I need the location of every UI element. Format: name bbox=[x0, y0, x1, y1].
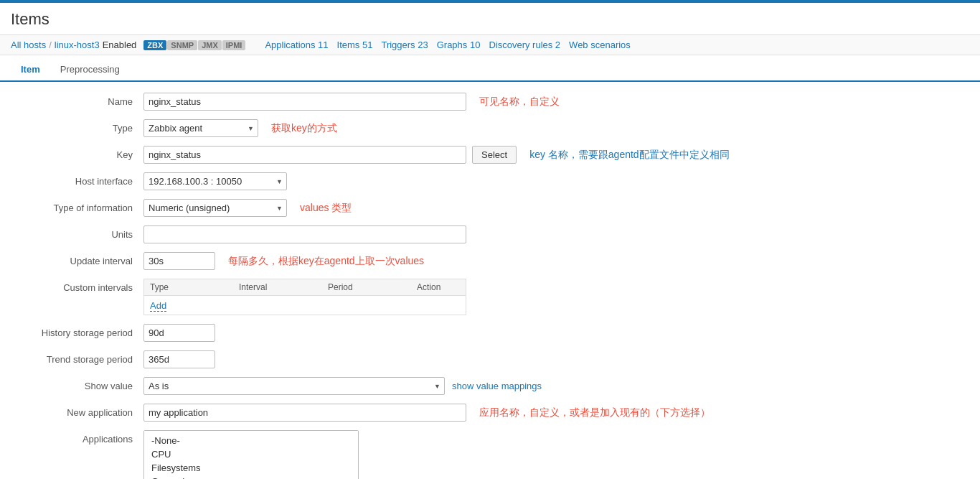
nav-applications[interactable]: Applications 11 bbox=[265, 39, 328, 50]
form-container: Name 可见名称，自定义 Type Zabbix agent Zabbix a… bbox=[0, 82, 933, 479]
host-interface-row: Host interface 192.168.100.3 : 10050 bbox=[14, 172, 918, 190]
host-interface-control: 192.168.100.3 : 10050 bbox=[143, 172, 918, 190]
app-option-none: -None- bbox=[149, 434, 344, 447]
ci-col-interval: Interval bbox=[239, 282, 328, 292]
tabs: Item Preprocessing bbox=[0, 58, 980, 82]
type-info-select-wrap: Numeric (unsigned) Numeric (float) Chara… bbox=[143, 199, 287, 217]
update-interval-annotation: 每隔多久，根据key在agentd上取一次values bbox=[228, 255, 424, 268]
units-input[interactable] bbox=[143, 225, 466, 243]
page-title: Items bbox=[11, 10, 969, 29]
custom-intervals-row: Custom intervals Type Interval Period Ac… bbox=[14, 279, 918, 315]
type-info-row: Type of information Numeric (unsigned) N… bbox=[14, 199, 918, 217]
show-value-label: Show value bbox=[14, 377, 143, 391]
key-label: Key bbox=[14, 146, 143, 160]
nav-triggers[interactable]: Triggers 23 bbox=[381, 39, 428, 50]
tab-item[interactable]: Item bbox=[11, 58, 50, 82]
badge-snmp: SNMP bbox=[167, 40, 197, 50]
new-application-input[interactable] bbox=[143, 404, 466, 422]
update-interval-control: 每隔多久，根据key在agentd上取一次values bbox=[143, 252, 918, 270]
ci-header: Type Interval Period Action bbox=[144, 279, 466, 296]
key-select-button[interactable]: Select bbox=[472, 146, 517, 164]
nav-graphs[interactable]: Graphs 10 bbox=[437, 39, 481, 50]
ci-col-type: Type bbox=[150, 282, 239, 292]
type-control: Zabbix agent Zabbix agent (active) Simpl… bbox=[143, 119, 918, 137]
type-info-select[interactable]: Numeric (unsigned) Numeric (float) Chara… bbox=[143, 199, 287, 217]
tab-preprocessing[interactable]: Preprocessing bbox=[50, 58, 130, 82]
app-option-cpu: CPU bbox=[149, 447, 344, 461]
show-value-control: As is show value mappings bbox=[143, 377, 918, 395]
trend-period-input[interactable] bbox=[143, 350, 215, 368]
type-annotation: 获取key的方式 bbox=[271, 122, 337, 135]
name-label: Name bbox=[14, 93, 143, 107]
badge-zbx: ZBX bbox=[143, 40, 166, 50]
ci-add-link[interactable]: Add bbox=[150, 300, 166, 312]
new-application-control: 应用名称，自定义，或者是加入现有的（下方选择） bbox=[143, 404, 918, 422]
type-select[interactable]: Zabbix agent Zabbix agent (active) Simpl… bbox=[143, 119, 258, 137]
name-annotation: 可见名称，自定义 bbox=[479, 96, 560, 108]
ci-body: Add bbox=[144, 296, 466, 315]
type-info-annotation: values 类型 bbox=[300, 202, 352, 215]
history-period-label: History storage period bbox=[14, 324, 143, 338]
type-info-label: Type of information bbox=[14, 199, 143, 213]
page-header: Items bbox=[0, 3, 980, 35]
history-period-control bbox=[143, 324, 918, 342]
units-label: Units bbox=[14, 225, 143, 240]
type-select-wrap: Zabbix agent Zabbix agent (active) Simpl… bbox=[143, 119, 258, 137]
show-value-row: Show value As is show value mappings bbox=[14, 377, 918, 395]
ci-col-period: Period bbox=[328, 282, 417, 292]
key-input[interactable] bbox=[143, 146, 466, 164]
type-info-control: Numeric (unsigned) Numeric (float) Chara… bbox=[143, 199, 918, 217]
nav-links: Applications 11 Items 51 Triggers 23 Gra… bbox=[256, 39, 630, 50]
trend-period-control bbox=[143, 350, 918, 368]
key-annotation: key 名称，需要跟agentd配置文件中定义相同 bbox=[529, 149, 730, 162]
type-row: Type Zabbix agent Zabbix agent (active) … bbox=[14, 119, 918, 137]
custom-intervals-label: Custom intervals bbox=[14, 279, 143, 293]
host-interface-select-wrap: 192.168.100.3 : 10050 bbox=[143, 172, 287, 190]
enabled-label: Enabled bbox=[103, 39, 137, 50]
applications-row: Applications -None- CPU Filesystems Gene… bbox=[14, 430, 918, 479]
name-input[interactable] bbox=[143, 93, 466, 111]
current-host-link[interactable]: linux-host3 bbox=[55, 39, 100, 50]
type-label: Type bbox=[14, 119, 143, 134]
new-application-annotation: 应用名称，自定义，或者是加入现有的（下方选择） bbox=[479, 406, 710, 419]
key-control: Select key 名称，需要跟agentd配置文件中定义相同 bbox=[143, 146, 918, 164]
update-interval-label: Update interval bbox=[14, 252, 143, 266]
all-hosts-link[interactable]: All hosts bbox=[11, 39, 46, 50]
breadcrumb-bar: All hosts / linux-host3 Enabled ZBX SNMP… bbox=[0, 35, 980, 55]
trend-period-row: Trend storage period bbox=[14, 350, 918, 368]
custom-intervals-table: Type Interval Period Action Add bbox=[143, 279, 466, 315]
custom-intervals-control: Type Interval Period Action Add bbox=[143, 279, 918, 315]
update-interval-input[interactable] bbox=[143, 252, 215, 270]
applications-label: Applications bbox=[14, 430, 143, 445]
show-value-mappings-link[interactable]: show value mappings bbox=[452, 381, 542, 391]
host-interface-label: Host interface bbox=[14, 172, 143, 187]
nav-web[interactable]: Web scenarios bbox=[569, 39, 631, 50]
name-row: Name 可见名称，自定义 bbox=[14, 93, 918, 111]
trend-period-label: Trend storage period bbox=[14, 350, 143, 365]
new-application-row: New application 应用名称，自定义，或者是加入现有的（下方选择） bbox=[14, 404, 918, 422]
protocol-badges: ZBX SNMP JMX IPMI bbox=[143, 40, 246, 50]
units-row: Units bbox=[14, 225, 918, 243]
key-row: Key Select key 名称，需要跟agentd配置文件中定义相同 bbox=[14, 146, 918, 164]
app-option-general: General bbox=[149, 475, 344, 479]
new-application-label: New application bbox=[14, 404, 143, 418]
applications-select[interactable]: -None- CPU Filesystems General Memory Ne… bbox=[143, 430, 359, 479]
nav-discovery[interactable]: Discovery rules 2 bbox=[489, 39, 560, 50]
host-interface-select[interactable]: 192.168.100.3 : 10050 bbox=[143, 172, 287, 190]
name-control: 可见名称，自定义 bbox=[143, 93, 918, 111]
history-period-input[interactable] bbox=[143, 324, 215, 342]
history-period-row: History storage period bbox=[14, 324, 918, 342]
show-value-select-wrap: As is bbox=[143, 377, 445, 395]
badge-jmx: JMX bbox=[198, 40, 222, 50]
update-interval-row: Update interval 每隔多久，根据key在agentd上取一次val… bbox=[14, 252, 918, 270]
nav-items[interactable]: Items 51 bbox=[337, 39, 373, 50]
units-control bbox=[143, 225, 918, 243]
ci-col-action: Action bbox=[417, 282, 460, 292]
app-option-filesystems: Filesystems bbox=[149, 461, 344, 475]
show-value-select[interactable]: As is bbox=[143, 377, 445, 395]
applications-control: -None- CPU Filesystems General Memory Ne… bbox=[143, 430, 918, 479]
badge-ipmi: IPMI bbox=[222, 40, 246, 50]
breadcrumb-sep: / bbox=[49, 39, 52, 50]
